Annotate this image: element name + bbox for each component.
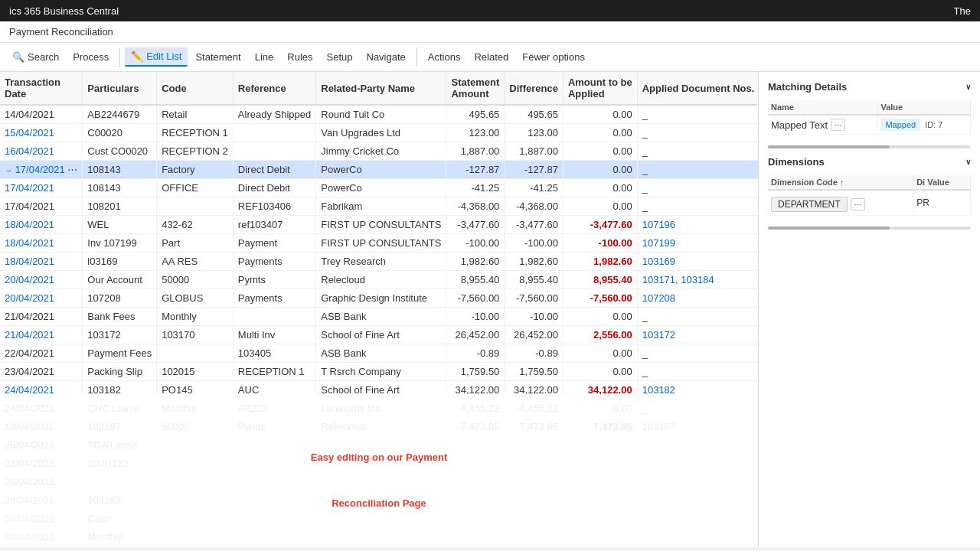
cell-amount-applied (563, 491, 637, 510)
applied-doc-link[interactable]: 103172 (642, 329, 675, 341)
name-col-header: Name (768, 100, 877, 115)
cell-code: PO145 (157, 381, 234, 399)
cell-date: 15/04/2021 (0, 124, 83, 142)
cell-related-party: School of Fine Art (316, 381, 446, 399)
dimensions-chevron[interactable]: ∨ (965, 158, 971, 166)
table-row[interactable]: 24/04/2021103182PO145AUCSchool of Fine A… (0, 381, 758, 399)
applied-doc-link[interactable]: 103182 (642, 384, 675, 396)
breadcrumb: Payment Reconciliation (0, 21, 980, 43)
navigate-button[interactable]: Navigate (361, 48, 412, 66)
table-row[interactable]: 20/04/2021107208GLOBUSPaymentsGraphic De… (0, 289, 758, 308)
department-options-button[interactable]: ··· (851, 198, 865, 210)
cell-applied-docs: _ (637, 344, 758, 363)
applied-doc-link[interactable]: 103197 (642, 421, 675, 432)
cell-difference: 123.00 (505, 124, 564, 142)
table-row[interactable]: 21/04/2021Bank FeesMonthlyASB Bank-10.00… (0, 308, 758, 326)
cell-difference: -0.89 (505, 344, 564, 363)
cell-code: Retail (157, 105, 234, 124)
table-row[interactable]: 18/04/2021WEL432-62ref103407FIRST UP CON… (0, 216, 758, 234)
cell-applied-docs: _ (637, 105, 758, 124)
actions-button[interactable]: Actions (422, 48, 467, 66)
cell-reference (233, 528, 315, 546)
table-row[interactable]: 17/04/2021108143OFFICEDirect DebitPowerC… (0, 179, 758, 197)
panel-scrollbar-1[interactable] (768, 145, 971, 148)
table-row[interactable]: 22/04/2021Payment Fees103405ASB Bank-0.8… (0, 344, 758, 363)
related-button[interactable]: Related (468, 48, 514, 66)
matching-details-chevron[interactable]: ∨ (965, 83, 971, 91)
cell-applied-docs (637, 473, 758, 491)
process-button[interactable]: Process (67, 48, 115, 66)
applied-doc-link[interactable]: 107196 (642, 219, 675, 230)
cell-statement-amount (446, 455, 505, 473)
table-area[interactable]: TransactionDate Particulars Code Referen… (0, 72, 758, 547)
cell-code: RECEPTION 2 (157, 142, 234, 161)
col-header-date: TransactionDate (0, 72, 83, 105)
panel-scrollbar-2[interactable] (768, 227, 971, 230)
table-row[interactable]: 18/04/2021l03169AA RESPaymentsTrey Resea… (0, 253, 758, 271)
row-context-menu[interactable]: ⋯ (65, 164, 78, 175)
cell-code: Factory (157, 161, 234, 179)
cell-amount-applied: 0.00 (563, 363, 637, 381)
search-button[interactable]: 🔍 Search (6, 48, 65, 66)
table-row[interactable]: → 17/04/2021 ⋯108143FactoryDirect DebitP… (0, 161, 758, 179)
cell-difference: 1,759.50 (505, 363, 564, 381)
statement-button[interactable]: Statement (189, 48, 247, 66)
cell-reference: Payments (233, 253, 315, 271)
cell-particulars: 108143 (83, 161, 157, 179)
table-row[interactable]: 23/04/2021Packing Slip102015RECEPTION 1T… (0, 363, 758, 381)
cell-amount-applied: 2,556.00 (563, 326, 637, 344)
cell-amount-applied: 0.00 (563, 105, 637, 124)
cell-statement-amount: -3,477.60 (446, 216, 505, 234)
cell-particulars: 108143 (83, 179, 157, 197)
table-row[interactable]: 20/04/2021Our Account50000PymtsRelecloud… (0, 271, 758, 289)
edit-list-button[interactable]: ✏️ Edit List (125, 47, 188, 67)
table-row[interactable]: 26/04/2021TGA LeaseG (0, 436, 758, 455)
table-row[interactable]: 14/04/2021AB2244679RetailAlready Shipped… (0, 105, 758, 124)
cell-particulars: l03169 (83, 253, 157, 271)
table-row[interactable]: 30/04/2021CashC (0, 510, 758, 528)
cell-reference (233, 473, 315, 491)
cell-reference (233, 436, 315, 455)
setup-button[interactable]: Setup (321, 48, 359, 66)
col-header-related-party: Related-Party Name (316, 72, 446, 105)
cell-amount-applied: 0.00 (563, 142, 637, 161)
cell-statement-amount: -10.00 (446, 308, 505, 326)
table-row[interactable]: 24/04/2021CHC LeaseMonthlyAB223Landlords… (0, 399, 758, 418)
table-row[interactable]: 17/04/2021108201REF103406Fabrikam-4,368.… (0, 197, 758, 216)
applied-doc-link[interactable]: 103169 (642, 256, 675, 267)
cell-amount-applied: 1,982.60 (563, 253, 637, 271)
line-button[interactable]: Line (249, 48, 280, 66)
fewer-options-button[interactable]: Fewer options (516, 48, 591, 66)
table-row[interactable]: 19/04/202110219750000PymtsRelecloud7,473… (0, 418, 758, 436)
dimensions-table: Dimension Code ↑ Di Value DEPARTMENT ···… (768, 175, 971, 216)
table-row[interactable]: 28/04/2021G (0, 473, 758, 491)
cell-code (157, 528, 234, 546)
cell-difference: -3,477.60 (505, 216, 564, 234)
applied-doc-link[interactable]: 107199 (642, 237, 675, 249)
breadcrumb-text: Payment Reconciliation (9, 26, 113, 37)
table-row[interactable]: 28/04/2021JJUU122G (0, 455, 758, 473)
cell-particulars: 103172 (83, 326, 157, 344)
cell-statement-amount: -127.87 (446, 161, 505, 179)
table-row[interactable]: 29/04/2021103183C (0, 491, 758, 510)
applied-doc-link[interactable]: 103171, 103184 (642, 274, 714, 285)
table-row[interactable]: 21/04/2021103172103170Multi InvSchool of… (0, 326, 758, 344)
cell-difference: -10.00 (505, 308, 564, 326)
table-row[interactable]: 15/04/2021C00020RECEPTION 1Van Upgrades … (0, 124, 758, 142)
mapped-text-options-button[interactable]: ··· (831, 119, 845, 131)
cell-reference: ref103407 (233, 216, 315, 234)
cell-amount-applied (563, 510, 637, 528)
table-row[interactable]: 16/04/2021Cust CO0020RECEPTION 2Jimmy Cr… (0, 142, 758, 161)
cell-applied-docs (637, 510, 758, 528)
cell-applied-docs: _ (637, 142, 758, 161)
cell-amount-applied: 34,122.00 (563, 381, 637, 399)
cell-related-party: PowerCo (316, 179, 446, 197)
table-row[interactable]: 30/04/2021MonthlyC (0, 528, 758, 546)
cell-date: 28/04/2021 (0, 473, 83, 491)
table-row[interactable]: 18/04/2021Inv 107199PartPaymentFIRST UP … (0, 234, 758, 253)
cell-applied-docs: _ (637, 124, 758, 142)
cell-amount-applied: -3,477.60 (563, 216, 637, 234)
applied-doc-link[interactable]: 107208 (642, 292, 675, 304)
rules-button[interactable]: Rules (281, 48, 318, 66)
cell-reference (233, 124, 315, 142)
